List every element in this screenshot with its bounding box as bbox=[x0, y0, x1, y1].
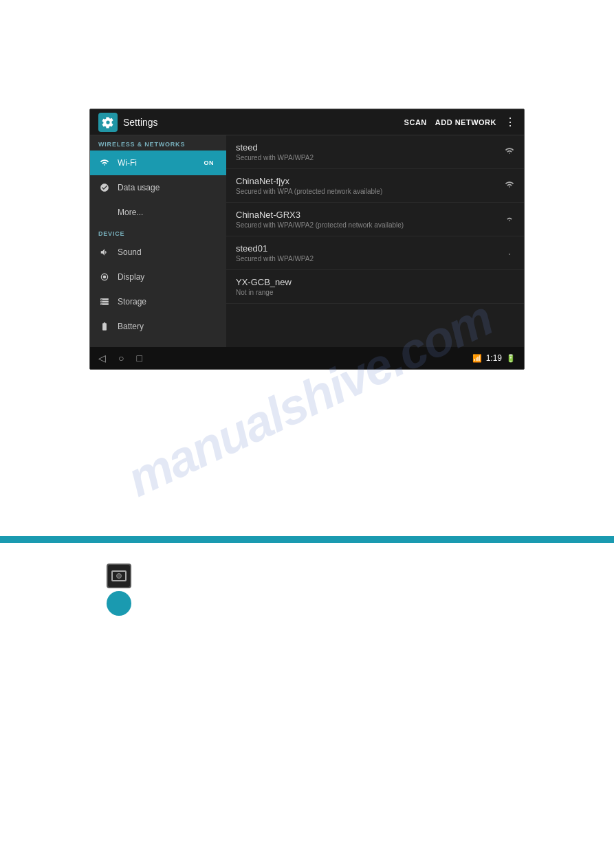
settings-app-icon bbox=[98, 113, 118, 132]
network-name: steed bbox=[236, 142, 505, 153]
camera-inner bbox=[111, 570, 127, 581]
teal-divider bbox=[0, 536, 614, 543]
device-section-label: DEVICE bbox=[90, 225, 226, 240]
battery-icon bbox=[98, 320, 111, 333]
sidebar: WIRELESS & NETWORKS Wi-Fi ON bbox=[90, 135, 226, 347]
status-right: 📶 1:19 🔋 bbox=[472, 353, 516, 363]
status-time: 1:19 bbox=[486, 353, 502, 363]
main-content: WIRELESS & NETWORKS Wi-Fi ON bbox=[90, 135, 524, 347]
nav-icons: ◁ ○ □ bbox=[98, 353, 472, 364]
network-info: ChinaNet-fjyx Secured with WPA (protecte… bbox=[236, 176, 505, 195]
add-network-button[interactable]: ADD NETWORK bbox=[435, 118, 496, 126]
sidebar-item-more[interactable]: More... bbox=[90, 200, 226, 225]
display-icon bbox=[98, 271, 111, 283]
action-bar: Settings SCAN ADD NETWORK ⋮ bbox=[90, 109, 524, 135]
network-detail: Secured with WPA (protected network avai… bbox=[236, 188, 505, 195]
network-item-steed[interactable]: steed Secured with WPA/WPA2 bbox=[226, 135, 524, 169]
battery-status-icon: 🔋 bbox=[506, 354, 516, 363]
data-usage-icon bbox=[98, 181, 111, 194]
bottom-section bbox=[107, 564, 131, 616]
sidebar-item-apps[interactable]: Apps bbox=[90, 339, 226, 347]
network-name: YX-GCB_new bbox=[236, 277, 514, 287]
wifi-label: Wi-Fi bbox=[118, 158, 200, 168]
network-name: ChinaNet-fjyx bbox=[236, 176, 505, 186]
network-item-chinanet-fjyx[interactable]: ChinaNet-fjyx Secured with WPA (protecte… bbox=[226, 169, 524, 203]
network-detail: Secured with WPA/WPA2 bbox=[236, 154, 505, 162]
storage-icon bbox=[98, 296, 111, 308]
circle-app-icon[interactable] bbox=[107, 591, 131, 616]
signal-icon: 📶 bbox=[472, 354, 482, 363]
page: Settings SCAN ADD NETWORK ⋮ WIRELESS & N… bbox=[0, 0, 614, 868]
more-icon bbox=[98, 206, 111, 219]
wifi-toggle[interactable]: ON bbox=[200, 158, 219, 168]
android-screenshot: Settings SCAN ADD NETWORK ⋮ WIRELESS & N… bbox=[89, 109, 525, 370]
network-item-yx-gcb[interactable]: YX-GCB_new Not in range bbox=[226, 270, 524, 304]
network-info: YX-GCB_new Not in range bbox=[236, 277, 514, 296]
network-name: ChinaNet-GRX3 bbox=[236, 210, 505, 220]
nav-back-icon[interactable]: ◁ bbox=[98, 353, 106, 364]
network-detail: Not in range bbox=[236, 289, 514, 296]
camera-app-icon[interactable] bbox=[107, 564, 131, 588]
storage-label: Storage bbox=[118, 297, 218, 307]
more-label: More... bbox=[118, 208, 218, 217]
sound-icon bbox=[98, 246, 111, 258]
wifi-signal-icon bbox=[505, 214, 514, 225]
wifi-signal-icon bbox=[505, 146, 514, 158]
nav-home-icon[interactable]: ○ bbox=[118, 353, 124, 364]
data-usage-label: Data usage bbox=[118, 183, 218, 192]
network-info: steed Secured with WPA/WPA2 bbox=[236, 142, 505, 162]
network-name: steed01 bbox=[236, 243, 505, 254]
sidebar-item-sound[interactable]: Sound bbox=[90, 240, 226, 265]
camera-lens bbox=[116, 573, 122, 579]
network-item-steed01[interactable]: steed01 Secured with WPA/WPA2 bbox=[226, 236, 524, 270]
sidebar-item-display[interactable]: Display bbox=[90, 265, 226, 289]
wifi-signal-icon bbox=[505, 247, 514, 259]
sound-label: Sound bbox=[118, 247, 218, 257]
network-info: steed01 Secured with WPA/WPA2 bbox=[236, 243, 505, 263]
wireless-section-label: WIRELESS & NETWORKS bbox=[90, 135, 226, 151]
action-bar-title: Settings bbox=[123, 117, 404, 128]
nav-recent-icon[interactable]: □ bbox=[136, 353, 142, 364]
display-label: Display bbox=[118, 272, 218, 282]
more-options-button[interactable]: ⋮ bbox=[505, 115, 516, 129]
status-bar: ◁ ○ □ 📶 1:19 🔋 bbox=[90, 347, 524, 369]
networks-panel: steed Secured with WPA/WPA2 ChinaNet-fjy… bbox=[226, 135, 524, 347]
network-item-chinanet-grx3[interactable]: ChinaNet-GRX3 Secured with WPA/WPA2 (pro… bbox=[226, 203, 524, 236]
battery-label: Battery bbox=[118, 322, 218, 331]
network-detail: Secured with WPA/WPA2 (protected network… bbox=[236, 221, 505, 229]
sidebar-item-wifi[interactable]: Wi-Fi ON bbox=[90, 151, 226, 175]
sidebar-item-data-usage[interactable]: Data usage bbox=[90, 175, 226, 200]
scan-button[interactable]: SCAN bbox=[404, 118, 427, 126]
sidebar-item-storage[interactable]: Storage bbox=[90, 289, 226, 314]
network-detail: Secured with WPA/WPA2 bbox=[236, 255, 505, 263]
sidebar-item-battery[interactable]: Battery bbox=[90, 314, 226, 339]
network-info: ChinaNet-GRX3 Secured with WPA/WPA2 (pro… bbox=[236, 210, 505, 229]
action-bar-actions: SCAN ADD NETWORK ⋮ bbox=[404, 115, 516, 129]
wifi-icon bbox=[98, 157, 111, 169]
wifi-signal-icon bbox=[505, 180, 514, 192]
